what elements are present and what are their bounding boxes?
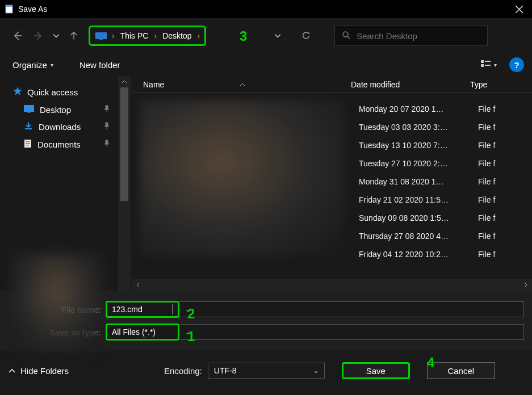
sidebar-item-label: Downloads: [39, 122, 81, 132]
svg-rect-1: [6, 5, 12, 7]
recent-locations-button[interactable]: [51, 27, 61, 45]
encoding-label: Encoding:: [164, 366, 202, 376]
column-headers: Name Date modified Type: [132, 76, 532, 93]
up-button[interactable]: [65, 27, 83, 45]
file-date[interactable]: Sunday 09 08 2020 1:5…: [354, 209, 474, 227]
sidebar-scrollbar[interactable]: [118, 76, 131, 291]
sidebar-item-desktop[interactable]: Desktop: [0, 102, 118, 118]
scroll-right-icon[interactable]: [520, 282, 532, 288]
documents-icon: [24, 139, 32, 150]
svg-rect-11: [25, 128, 32, 129]
file-type[interactable]: File f: [474, 173, 532, 191]
encoding-value: UTF-8: [214, 366, 237, 375]
type-column-values: File f File f File f File f File f File …: [474, 93, 532, 279]
file-type[interactable]: File f: [474, 136, 532, 154]
file-type[interactable]: File f: [474, 118, 532, 136]
column-type[interactable]: Type: [466, 80, 532, 89]
file-list: Name Date modified Type Monday 20 07 202…: [132, 76, 532, 291]
address-dropdown-button[interactable]: [266, 27, 289, 45]
quick-access-header[interactable]: Quick access: [0, 83, 118, 102]
search-icon: [342, 31, 351, 41]
breadcrumb-this-pc[interactable]: This PC: [120, 31, 149, 40]
pin-icon: [103, 105, 110, 115]
pin-icon: [103, 140, 110, 149]
toolbar: Organize▾ New folder ▾ ?: [0, 53, 532, 76]
file-name-combo-rest[interactable]: ⌄: [179, 301, 524, 317]
sidebar-item-label: Documents: [37, 140, 81, 149]
annotation-4: 4: [427, 355, 434, 371]
view-button[interactable]: ▾: [478, 57, 499, 72]
svg-rect-8: [485, 65, 491, 66]
save-type-combo-rest[interactable]: ⌄: [179, 324, 524, 340]
svg-rect-13: [26, 141, 30, 142]
file-date[interactable]: Monday 31 08 2020 1…: [354, 173, 474, 191]
sidebar-item-downloads[interactable]: Downloads: [0, 118, 118, 136]
forward-button[interactable]: [30, 27, 48, 45]
sidebar: Quick access Desktop Downloads Documents: [0, 76, 132, 291]
chevron-right-icon: ›: [112, 31, 115, 40]
downloads-icon: [24, 121, 33, 132]
sidebar-item-documents[interactable]: Documents: [0, 136, 118, 153]
file-type[interactable]: File f: [474, 209, 532, 227]
main-area: Quick access Desktop Downloads Documents: [0, 76, 532, 291]
scroll-thumb[interactable]: [120, 87, 128, 201]
breadcrumb[interactable]: › This PC › Desktop ›: [89, 26, 206, 46]
file-date[interactable]: Tuesday 13 10 2020 7:…: [354, 136, 474, 154]
file-date[interactable]: Friday 04 12 2020 10:2…: [354, 245, 474, 263]
svg-rect-6: [481, 64, 484, 67]
svg-rect-7: [485, 61, 491, 62]
notepad-icon: [5, 5, 14, 14]
annotation-1: 1: [187, 329, 195, 344]
refresh-button[interactable]: [295, 27, 317, 45]
file-type[interactable]: File f: [474, 154, 532, 173]
file-type[interactable]: File f: [474, 191, 532, 209]
annotation-3: 3: [240, 28, 247, 44]
file-date[interactable]: Friday 21 02 2020 11:5…: [354, 191, 474, 209]
svg-rect-9: [24, 105, 34, 112]
date-column-values: Monday 20 07 2020 1… Tuesday 03 03 2020 …: [354, 93, 474, 279]
column-date[interactable]: Date modified: [346, 80, 466, 89]
file-type[interactable]: File f: [474, 100, 532, 118]
file-type[interactable]: File f: [474, 227, 532, 245]
scroll-left-icon[interactable]: [132, 282, 144, 288]
organize-label: Organize: [12, 60, 47, 70]
pin-icon: [103, 122, 110, 132]
titlebar: Save As: [0, 0, 532, 18]
search-input[interactable]: [357, 31, 480, 41]
file-name-input[interactable]: 123.cmd: [106, 301, 179, 318]
new-folder-button[interactable]: New folder: [75, 58, 125, 72]
horizontal-scrollbar[interactable]: [132, 279, 532, 291]
svg-rect-14: [26, 143, 30, 144]
desktop-icon: [24, 105, 34, 115]
quick-access-label: Quick access: [27, 87, 78, 97]
file-type[interactable]: File f: [474, 245, 532, 263]
chevron-right-icon: ›: [154, 31, 157, 40]
hide-folders-label: Hide Folders: [20, 366, 69, 376]
new-folder-label: New folder: [79, 60, 120, 70]
encoding-combo[interactable]: UTF-8 ⌄: [208, 363, 325, 379]
breadcrumb-desktop[interactable]: Desktop: [162, 31, 191, 40]
close-button[interactable]: [506, 0, 532, 18]
organize-button[interactable]: Organize▾: [8, 58, 58, 72]
file-name-value: 123.cmd: [112, 305, 173, 314]
annotation-2: 2: [187, 306, 195, 322]
file-date[interactable]: Tuesday 03 03 2020 3:…: [354, 118, 474, 136]
chevron-up-icon: [8, 366, 16, 376]
file-date[interactable]: Thursday 27 08 2020 4…: [354, 227, 474, 245]
save-type-combo[interactable]: All Files (*.*): [106, 323, 179, 341]
pc-icon: [95, 32, 106, 40]
svg-rect-15: [26, 145, 29, 146]
save-button[interactable]: Save: [342, 362, 410, 379]
back-button[interactable]: [8, 27, 26, 45]
help-button[interactable]: ?: [509, 57, 524, 72]
file-date[interactable]: Monday 20 07 2020 1…: [354, 100, 474, 118]
svg-rect-2: [95, 32, 107, 39]
search-box[interactable]: [334, 26, 488, 46]
blurred-region: [11, 253, 102, 350]
footer: Hide Folders Encoding: UTF-8 ⌄ Save Canc…: [0, 351, 532, 385]
cancel-button[interactable]: Cancel: [427, 362, 495, 379]
file-date[interactable]: Tuesday 27 10 2020 2:…: [354, 154, 474, 173]
scroll-up-icon[interactable]: [118, 76, 131, 87]
star-icon: [12, 86, 23, 98]
hide-folders-button[interactable]: Hide Folders: [8, 366, 69, 376]
